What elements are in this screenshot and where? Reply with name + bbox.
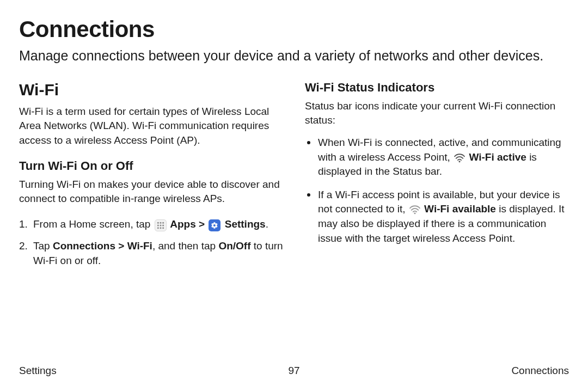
svg-point-0 [157,222,159,224]
status-indicators-intro: Status bar icons indicate your current W… [305,99,569,128]
wifi-available-icon [409,205,421,215]
footer-page-number: 97 [288,365,299,377]
turn-wifi-heading: Turn Wi-Fi On or Off [19,159,283,173]
wifi-heading: Wi-Fi [19,81,283,99]
settings-icon [209,219,220,231]
step-1-apps-label: Apps [168,218,196,230]
page-subtitle: Manage connections between your device a… [19,47,553,65]
step-1: From a Home screen, tap Apps > Settings. [19,217,283,232]
status-bullets: When Wi-Fi is connected, active, and com… [305,136,569,246]
step-2: Tap Connections > Wi-Fi, and then tap On… [19,239,283,268]
left-column: Wi-Fi Wi-Fi is a term used for certain t… [19,81,283,278]
svg-point-4 [160,224,161,226]
apps-icon [155,219,167,231]
svg-point-1 [160,222,161,224]
step-1-text-a: From a Home screen, tap [33,218,154,230]
step-2-text-d: On/Off [218,240,250,252]
wifi-active-icon [454,153,465,163]
bullet-2-label: Wi-Fi available [421,203,496,215]
page-title: Connections [19,16,569,42]
svg-point-10 [414,213,415,215]
content-columns: Wi-Fi Wi-Fi is a term used for certain t… [19,81,569,278]
wifi-intro: Wi-Fi is a term used for certain types o… [19,105,283,148]
step-2-text-c: , and then tap [152,240,219,252]
step-1-end: . [266,218,268,230]
step-1-separator: > [196,218,208,230]
svg-point-3 [157,224,159,226]
bullet-1: When Wi-Fi is connected, active, and com… [305,136,569,179]
svg-point-2 [162,222,164,224]
svg-point-9 [459,161,461,162]
svg-point-6 [157,227,159,229]
step-2-text-b: Connections > Wi-Fi [53,240,152,252]
footer-right: Connections [511,365,569,377]
bullet-1-label: Wi-Fi active [466,151,526,163]
status-indicators-heading: Wi-Fi Status Indicators [305,81,569,95]
svg-point-7 [160,227,161,229]
right-column: Wi-Fi Status Indicators Status bar icons… [305,81,569,278]
svg-point-5 [162,224,164,226]
step-1-settings-label: Settings [222,218,265,230]
page-footer: Settings 97 Connections [19,365,569,377]
steps-list: From a Home screen, tap Apps > Settings.… [19,217,283,268]
step-2-text-a: Tap [33,240,53,252]
footer-left: Settings [19,365,57,377]
bullet-2: If a Wi-Fi access point is available, bu… [305,188,569,246]
turn-wifi-intro: Turning Wi-Fi on makes your device able … [19,177,283,206]
svg-point-8 [162,227,164,229]
